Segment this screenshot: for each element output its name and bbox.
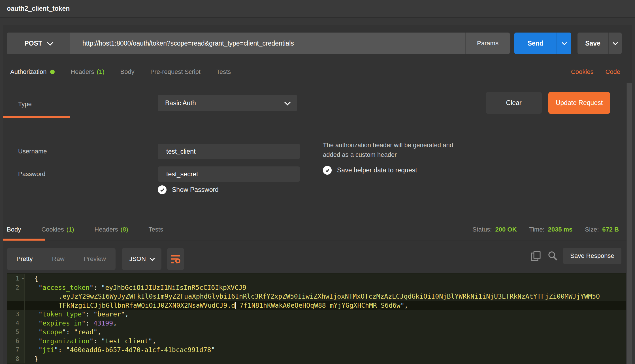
code-text: TFkNzgiLCJjbGllbnRfaWQiOiJ0ZXN0X2NsaWVud… [25, 301, 626, 310]
url-input[interactable]: http://host1:8000/oauth/token?scope=read… [70, 33, 465, 54]
show-password-checkbox[interactable] [158, 185, 167, 194]
username-label: Username [18, 148, 47, 155]
vertical-scrollbar[interactable] [627, 83, 632, 364]
view-mode-group: PrettyRawPreview [7, 248, 116, 270]
format-value: JSON [129, 255, 146, 263]
request-builder: POST http://host1:8000/oauth/token?scope… [7, 33, 622, 54]
auth-credentials: Username test_client Password test_secre… [3, 126, 632, 218]
code-line: 2"access_token": "eyJhbGciOiJIUzI1NiIsIn… [7, 283, 626, 292]
code-text: "token_type": "bearer", [25, 310, 626, 319]
request-tabs-list: AuthorizationHeaders(1)BodyPre-request S… [7, 68, 247, 76]
request-title-bar: oauth2_client_token [0, 0, 635, 18]
check-icon [324, 167, 331, 174]
send-button[interactable]: Send [514, 33, 571, 54]
chevron-down-icon [150, 256, 155, 261]
code-line: 4"expires_in": 43199, [7, 319, 626, 328]
auth-helper-note: The authorization header will be generat… [323, 140, 453, 160]
response-body-editor[interactable]: 1▾{2"access_token": "eyJhbGciOiJIUzI1NiI… [7, 273, 626, 364]
auth-type-row: Type Basic Auth Clear Update Request [3, 83, 632, 126]
save-label[interactable]: Save [578, 33, 608, 54]
password-field[interactable]: test_secret [158, 166, 300, 182]
line-number-gutter[interactable]: 5 [7, 328, 25, 337]
response-tab-cookies[interactable]: Cookies(1) [41, 226, 74, 233]
params-button[interactable]: Params [465, 33, 510, 54]
view-mode-pretty[interactable]: Pretty [16, 255, 33, 263]
save-helper-checkbox[interactable] [323, 166, 332, 175]
request-tab-authorization[interactable]: Authorization [10, 68, 55, 76]
request-tab-body[interactable]: Body [120, 68, 134, 76]
request-tab-tests[interactable]: Tests [216, 68, 231, 76]
code-text: } [25, 355, 626, 364]
username-field[interactable]: test_client [158, 144, 300, 159]
code-link[interactable]: Code [605, 68, 620, 76]
word-wrap-button[interactable] [167, 248, 184, 270]
save-button[interactable]: Save [578, 33, 622, 54]
save-response-button[interactable]: Save Response [563, 248, 621, 264]
view-mode-preview[interactable]: Preview [84, 255, 106, 263]
response-toolbar: PrettyRawPreview JSON [3, 241, 632, 273]
request-pane: POST http://host1:8000/oauth/token?scope… [3, 25, 632, 364]
copy-icon [530, 250, 541, 261]
code-text: "organization": "test_client", [25, 337, 626, 346]
code-text: "access_token": "eyJhbGciOiJIUzI1NiIsInR… [25, 283, 626, 292]
request-tabs: AuthorizationHeaders(1)BodyPre-request S… [7, 61, 628, 83]
chevron-down-icon [47, 39, 53, 46]
request-tab-pre-request-script[interactable]: Pre-request Script [150, 68, 201, 76]
code-text: { [25, 274, 626, 283]
type-label: Type [18, 100, 32, 108]
request-tab-links: Cookies Code [571, 68, 628, 76]
format-dropdown[interactable]: JSON [122, 248, 161, 270]
response-tabs: BodyCookies(1)Headers(8)Tests [3, 226, 184, 233]
line-number-gutter[interactable] [7, 301, 25, 310]
active-tab-underline [3, 239, 45, 241]
cookies-link[interactable]: Cookies [571, 68, 593, 76]
line-number-gutter[interactable]: 6 [7, 337, 25, 346]
line-number-gutter[interactable]: 7 [7, 346, 25, 355]
code-line: 3"token_type": "bearer", [7, 310, 626, 319]
fold-caret-icon[interactable]: ▾ [22, 274, 24, 283]
page-title: oauth2_client_token [7, 5, 70, 12]
view-mode-raw[interactable]: Raw [52, 255, 65, 263]
copy-button[interactable] [530, 250, 542, 262]
search-button[interactable] [547, 250, 559, 262]
active-indicator-dot [50, 70, 55, 74]
time-badge: Time: 2035 ms [529, 226, 572, 233]
status-badge: Status: 200 OK [472, 226, 517, 233]
send-label[interactable]: Send [514, 33, 557, 54]
response-tab-body[interactable]: Body [7, 226, 21, 233]
line-number-gutter[interactable]: 4 [7, 319, 25, 328]
request-tab-headers[interactable]: Headers(1) [71, 68, 104, 76]
chevron-down-icon [562, 40, 567, 45]
chevron-down-icon [613, 40, 618, 45]
line-number-gutter[interactable] [7, 292, 25, 301]
code-line: 1▾{ [7, 274, 626, 283]
line-number-gutter[interactable]: 3 [7, 310, 25, 319]
code-line: 7"jti": "460eadd6-b657-4d70-a1cf-41bcac9… [7, 346, 626, 355]
response-section: BodyCookies(1)Headers(8)Tests Status: 20… [3, 218, 632, 364]
line-number-gutter[interactable]: 8 [7, 355, 25, 364]
show-password-label: Show Password [172, 186, 219, 194]
clear-button[interactable]: Clear [486, 92, 542, 114]
auth-type-value: Basic Auth [165, 99, 196, 107]
line-number-gutter[interactable]: 2 [7, 283, 25, 292]
size-badge: Size: 672 B [585, 226, 619, 233]
code-line: 5"scope": "read", [7, 328, 626, 337]
method-dropdown[interactable]: POST [7, 33, 70, 54]
save-helper-label: Save helper data to request [337, 166, 417, 174]
chevron-down-icon [284, 99, 291, 106]
send-options-button[interactable] [557, 33, 571, 54]
save-options-button[interactable] [608, 33, 622, 54]
line-number-gutter[interactable]: 1▾ [7, 274, 25, 283]
code-text: "jti": "460eadd6-b657-4d70-a1cf-41bcac99… [25, 346, 626, 355]
auth-type-dropdown[interactable]: Basic Auth [158, 95, 297, 111]
password-label: Password [18, 170, 46, 178]
code-text: .eyJzY29wZSI6WyJyZWFkIl0sIm9yZ2FuaXphdGl… [25, 292, 626, 301]
show-password-row: Show Password [158, 185, 219, 194]
save-helper-row: Save helper data to request [323, 166, 417, 175]
response-statusbar: Status: 200 OK Time: 2035 ms Size: 672 B [472, 226, 632, 233]
response-tab-tests[interactable]: Tests [149, 226, 163, 233]
update-request-button[interactable]: Update Request [548, 92, 610, 114]
code-text: "expires_in": 43199, [25, 319, 626, 328]
response-tab-headers[interactable]: Headers(8) [95, 226, 128, 233]
code-text: "scope": "read", [25, 328, 626, 337]
